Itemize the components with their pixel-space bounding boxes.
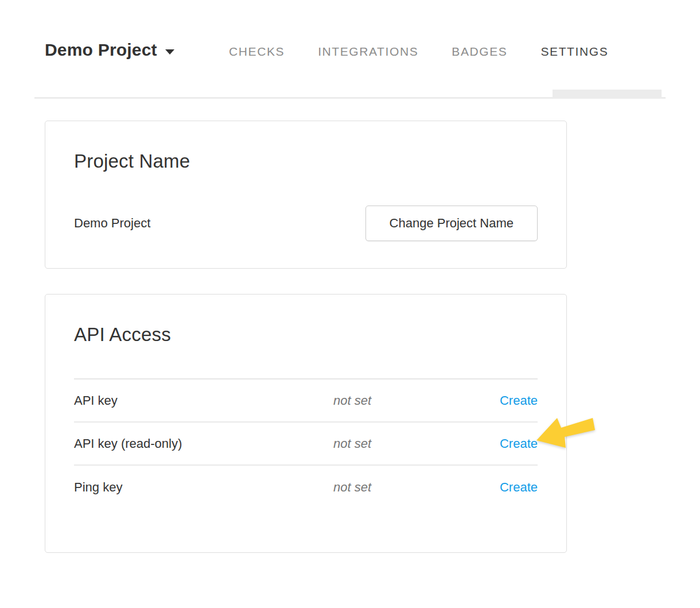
current-project-name: Demo Project bbox=[74, 216, 150, 231]
nav-divider-rule bbox=[34, 97, 666, 99]
active-tab-highlight bbox=[553, 90, 662, 98]
api-key-value: not set bbox=[333, 393, 371, 408]
api-key-create-link[interactable]: Create bbox=[500, 393, 538, 408]
project-name-row: Demo Project Change Project Name bbox=[74, 206, 538, 241]
api-key-read-only-value: not set bbox=[333, 436, 371, 451]
tab-checks[interactable]: CHECKS bbox=[229, 45, 285, 59]
api-keys-table: API key not set Create API key (read-onl… bbox=[74, 378, 538, 509]
tab-badges[interactable]: BADGES bbox=[452, 45, 507, 59]
api-key-read-only-label: API key (read-only) bbox=[74, 436, 333, 451]
table-row-ping-key: Ping key not set Create bbox=[74, 466, 538, 509]
api-key-label: API key bbox=[74, 393, 333, 408]
api-access-card-title: API Access bbox=[74, 324, 538, 346]
change-project-name-button[interactable]: Change Project Name bbox=[365, 206, 538, 241]
table-row-api-key-read-only: API key (read-only) not set Create bbox=[74, 423, 538, 466]
ping-key-label: Ping key bbox=[74, 480, 333, 495]
ping-key-value: not set bbox=[333, 480, 371, 495]
tab-settings[interactable]: SETTINGS bbox=[540, 45, 608, 59]
tab-integrations[interactable]: INTEGRATIONS bbox=[318, 45, 418, 59]
api-access-card: API Access API key not set Create API ke… bbox=[45, 294, 567, 553]
project-name-card: Project Name Demo Project Change Project… bbox=[45, 121, 567, 269]
chevron-down-icon bbox=[165, 49, 174, 55]
top-nav-tabs: CHECKS INTEGRATIONS BADGES SETTINGS bbox=[229, 45, 608, 59]
settings-page: Demo Project CHECKS INTEGRATIONS BADGES … bbox=[0, 0, 700, 608]
ping-key-create-link[interactable]: Create bbox=[500, 480, 538, 495]
api-key-read-only-create-link[interactable]: Create bbox=[500, 436, 538, 451]
table-row-api-key: API key not set Create bbox=[74, 379, 538, 423]
project-switcher-dropdown[interactable]: Demo Project bbox=[45, 40, 174, 60]
project-switcher-label: Demo Project bbox=[45, 40, 157, 59]
project-name-card-title: Project Name bbox=[74, 150, 538, 172]
